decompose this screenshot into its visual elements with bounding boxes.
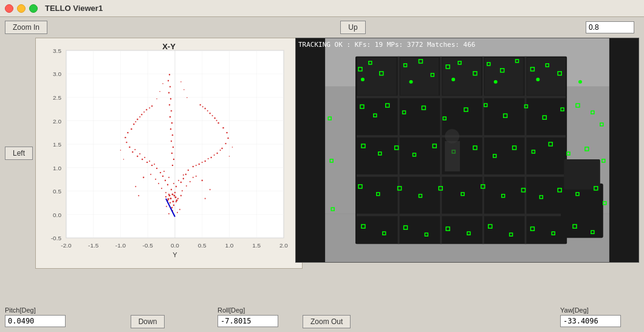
svg-point-69: [151, 165, 152, 166]
svg-point-160: [173, 195, 175, 196]
svg-point-44: [165, 196, 166, 197]
svg-point-38: [171, 207, 173, 208]
right-panel: TRACKING OK : KFs: 19 MPs: 3772 Matches:…: [295, 38, 639, 304]
svg-point-144: [210, 189, 211, 190]
main-area: Zoom In Up Left X-Y: [0, 17, 644, 332]
svg-point-94: [196, 165, 197, 166]
svg-point-73: [132, 151, 133, 153]
svg-point-91: [227, 137, 228, 139]
maximize-button[interactable]: [29, 4, 38, 13]
svg-point-61: [160, 172, 161, 173]
svg-point-102: [146, 109, 147, 110]
svg-point-74: [129, 147, 130, 148]
svg-point-40: [170, 202, 171, 203]
svg-point-63: [173, 183, 174, 184]
svg-point-52: [166, 206, 167, 207]
svg-point-100: [137, 119, 138, 120]
svg-point-153: [156, 99, 157, 100]
window-title: TELLO Viewer1: [45, 4, 103, 13]
svg-point-78: [131, 128, 132, 130]
svg-point-140: [193, 177, 194, 178]
svg-point-126: [171, 110, 172, 111]
svg-point-87: [210, 157, 211, 158]
svg-text:2.0: 2.0: [279, 242, 288, 249]
roll-sensor: Roll[Deg]: [218, 306, 290, 327]
svg-text:1.0: 1.0: [225, 242, 234, 249]
svg-point-114: [212, 115, 213, 116]
roll-value[interactable]: [218, 315, 278, 327]
svg-point-145: [143, 177, 144, 178]
svg-point-137: [158, 183, 159, 184]
left-panel: Left X-Y: [5, 38, 290, 304]
svg-point-158: [180, 81, 182, 83]
svg-rect-174: [357, 135, 566, 137]
up-button[interactable]: Up: [340, 21, 365, 34]
svg-text:1.5: 1.5: [252, 242, 261, 249]
svg-point-60: [185, 174, 187, 175]
svg-point-93: [222, 127, 224, 128]
svg-rect-181: [357, 58, 397, 95]
svg-point-162: [174, 196, 176, 198]
svg-point-54: [176, 186, 177, 187]
svg-point-95: [202, 162, 203, 163]
svg-point-124: [171, 122, 173, 123]
camera-image: [296, 38, 639, 262]
svg-point-90: [225, 143, 226, 144]
left-button[interactable]: Left: [5, 147, 33, 160]
svg-rect-175: [357, 175, 566, 177]
svg-rect-186: [561, 184, 603, 238]
chart-container: X-Y: [35, 38, 303, 269]
svg-point-56: [180, 182, 182, 183]
svg-point-146: [202, 180, 203, 181]
svg-point-139: [155, 179, 156, 180]
svg-point-266: [578, 80, 582, 84]
svg-point-88: [216, 153, 218, 154]
svg-point-65: [168, 177, 170, 178]
svg-text:-2.0: -2.0: [61, 242, 72, 249]
svg-point-127: [169, 104, 170, 105]
svg-point-117: [172, 165, 173, 166]
down-button[interactable]: Down: [131, 315, 165, 328]
minimize-button[interactable]: [17, 4, 26, 13]
svg-point-68: [156, 168, 157, 169]
pitch-value[interactable]: [5, 315, 66, 327]
svg-point-70: [146, 162, 148, 163]
zoom-in-button[interactable]: Zoom In: [5, 21, 47, 34]
svg-point-110: [209, 112, 210, 114]
svg-rect-267: [445, 141, 460, 171]
svg-point-141: [138, 195, 139, 196]
svg-point-150: [229, 156, 230, 157]
yaw-value[interactable]: [560, 315, 621, 327]
svg-point-262: [409, 80, 413, 84]
svg-point-263: [451, 78, 455, 81]
svg-rect-178: [440, 57, 442, 244]
svg-point-116: [202, 106, 204, 107]
svg-point-125: [170, 116, 171, 117]
svg-rect-179: [482, 57, 484, 244]
content-row: Left X-Y: [5, 38, 639, 304]
svg-point-103: [151, 105, 152, 106]
svg-point-161: [171, 193, 173, 195]
zoom-value-input[interactable]: [586, 21, 634, 33]
svg-point-99: [133, 123, 134, 125]
chart-svg: 3.5 3.0 2.5 2.0 1.5 1.0 0.5 0.0 -0.5 -2.…: [36, 38, 302, 268]
svg-text:1.0: 1.0: [53, 165, 61, 171]
svg-point-101: [141, 114, 142, 115]
svg-point-132: [169, 74, 170, 75]
camera-feed: TRACKING OK : KFs: 19 MPs: 3772 Matches:…: [295, 38, 639, 263]
svg-point-121: [171, 140, 172, 142]
close-button[interactable]: [5, 4, 13, 13]
svg-text:Y: Y: [173, 251, 177, 258]
svg-point-106: [143, 111, 145, 112]
svg-point-105: [139, 116, 140, 117]
svg-point-75: [126, 142, 127, 143]
yaw-label: Yaw[Deg]: [560, 306, 633, 314]
zoom-out-button[interactable]: Zoom Out: [303, 315, 351, 328]
svg-point-133: [165, 192, 166, 193]
svg-rect-176: [357, 213, 566, 216]
svg-point-85: [199, 164, 200, 165]
svg-point-107: [149, 107, 150, 108]
svg-text:3.0: 3.0: [53, 71, 61, 77]
svg-point-79: [154, 164, 155, 165]
svg-point-58: [183, 178, 184, 179]
